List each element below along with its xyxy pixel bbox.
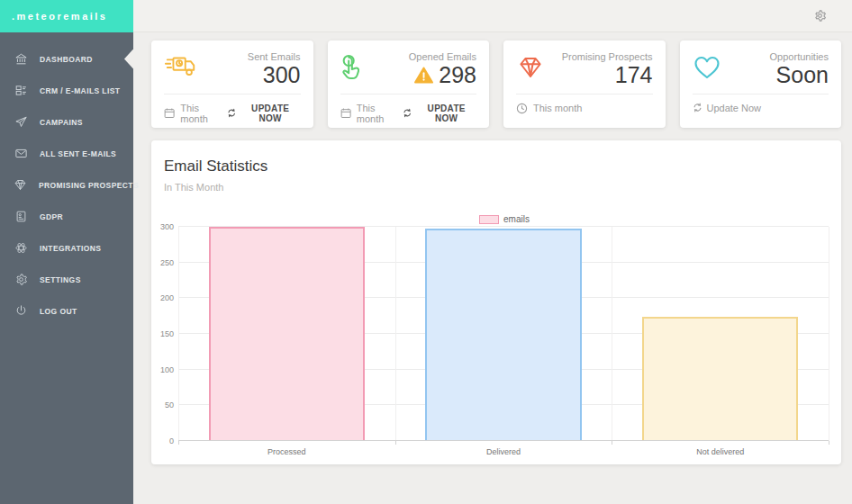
legend-label: emails <box>503 214 530 224</box>
sidebar-item-label: DASHBOARD <box>40 55 93 64</box>
integrations-icon <box>14 241 28 256</box>
topbar <box>133 0 852 32</box>
update-now-button[interactable]: UPDATE NOW <box>403 104 476 123</box>
y-tick-label: 250 <box>160 258 174 267</box>
diamond-icon <box>14 178 27 193</box>
sidebar-item-label: LOG OUT <box>40 307 77 316</box>
update-now-button[interactable]: UPDATE NOW <box>227 104 301 123</box>
y-tick-label: 0 <box>169 436 174 446</box>
gear-icon <box>14 273 28 287</box>
active-item-notch <box>124 50 133 69</box>
card-value: 298 <box>380 62 477 88</box>
bar-slot <box>178 227 395 441</box>
stat-card-sent-emails: Sent Emails 300 This month <box>151 40 313 128</box>
delivery-truck-icon <box>164 51 204 88</box>
bar-processed[interactable] <box>209 227 365 441</box>
card-value: Soon <box>732 62 829 88</box>
sidebar-item-log-out[interactable]: LOG OUT <box>0 295 133 327</box>
card-label: Opened Emails <box>380 51 477 62</box>
sidebar-item-gdpr[interactable]: GDPR <box>0 201 133 232</box>
card-value: 174 <box>556 62 653 88</box>
gridline <box>178 440 829 441</box>
bar-slot <box>395 227 612 441</box>
bar-chart: 050100150200250300 ProcessedDeliveredNot… <box>157 227 829 457</box>
diamond-icon <box>516 51 556 88</box>
bar-not-delivered[interactable] <box>642 317 798 441</box>
refresh-icon <box>227 108 236 118</box>
stat-card-promising-prospects: Promising Prospects 174 This month <box>503 40 666 128</box>
sidebar-item-label: CAMPAINS <box>40 118 83 127</box>
calendar-icon <box>164 107 175 119</box>
period-label: This month <box>516 103 582 114</box>
y-axis-labels: 050100150200250300 <box>157 227 174 441</box>
card-label: Opportunities <box>732 51 829 62</box>
x-tick-label: Not delivered <box>612 443 829 457</box>
period-label: This month <box>340 103 403 124</box>
chart-legend[interactable]: emails <box>180 214 829 224</box>
plot-area <box>178 227 829 441</box>
sidebar-item-label: ALL SENT E-MAILS <box>40 149 116 158</box>
period-label: This month <box>164 103 227 124</box>
id-card-icon <box>14 210 28 224</box>
sidebar-item-settings[interactable]: SETTINGS <box>0 264 133 295</box>
sidebar-item-crm-emails-list[interactable]: CRM / E-MAILS LIST <box>0 75 133 106</box>
clock-icon <box>516 103 528 114</box>
chart-subtitle: In This Month <box>151 176 841 193</box>
app-root: .meteoremails DASHBOARD <box>0 0 852 504</box>
gear-icon[interactable] <box>813 9 827 22</box>
bank-icon <box>14 52 28 67</box>
sidebar-item-label: PROMISING PROSPECTS <box>39 181 139 190</box>
y-tick-label: 50 <box>165 400 174 410</box>
update-now-button[interactable]: Update Now <box>693 103 762 113</box>
heart-icon <box>693 51 732 88</box>
paper-plane-icon <box>14 115 28 130</box>
chart-title: Email Statistics <box>151 140 841 176</box>
legend-swatch <box>479 215 499 224</box>
bar-slot <box>612 227 829 441</box>
y-tick-label: 100 <box>160 365 174 374</box>
sidebar-item-campains[interactable]: CAMPAINS <box>0 106 133 138</box>
sidebar-item-dashboard[interactable]: DASHBOARD <box>0 43 133 75</box>
warning-icon <box>414 67 433 84</box>
x-tick-label: Processed <box>178 443 395 457</box>
refresh-icon <box>403 108 412 118</box>
tap-hand-icon <box>340 51 380 88</box>
power-icon <box>14 304 28 319</box>
stat-cards-row: Sent Emails 300 This month <box>151 40 841 128</box>
sidebar: .meteoremails DASHBOARD <box>0 0 133 504</box>
x-axis-tick <box>829 441 829 445</box>
email-statistics-card: Email Statistics In This Month emails 05… <box>151 140 841 464</box>
x-tick-label: Delivered <box>395 443 612 457</box>
sidebar-item-label: SETTINGS <box>40 275 81 284</box>
sidebar-item-integrations[interactable]: INTEGRATIONS <box>0 232 133 264</box>
card-value: 300 <box>204 62 301 88</box>
calendar-icon <box>340 107 351 119</box>
refresh-icon <box>693 103 702 112</box>
envelope-icon <box>14 147 28 161</box>
sidebar-nav: DASHBOARD CRM / E-MAILS LIST <box>0 32 133 327</box>
content: Sent Emails 300 This month <box>133 32 852 504</box>
sidebar-item-label: CRM / E-MAILS LIST <box>40 86 120 95</box>
app-logo: .meteoremails <box>0 0 133 32</box>
sidebar-item-label: GDPR <box>40 212 63 221</box>
y-tick-label: 150 <box>160 329 174 338</box>
sidebar-item-all-sent-emails[interactable]: ALL SENT E-MAILS <box>0 138 133 169</box>
vertical-gridline <box>829 227 829 441</box>
main-area: Sent Emails 300 This month <box>133 0 852 504</box>
card-label: Sent Emails <box>204 51 301 62</box>
list-icon <box>14 84 28 98</box>
sidebar-item-label: INTEGRATIONS <box>40 244 101 253</box>
stat-card-opportunities: Opportunities Soon Update Now <box>680 40 842 128</box>
x-axis-labels: ProcessedDeliveredNot delivered <box>178 443 829 457</box>
bars <box>178 227 829 441</box>
stat-card-opened-emails: Opened Emails 298 <box>328 40 490 128</box>
bar-delivered[interactable] <box>425 229 581 441</box>
card-label: Promising Prospects <box>556 51 653 62</box>
sidebar-item-promising-prospects[interactable]: PROMISING PROSPECTS <box>0 169 133 201</box>
y-tick-label: 300 <box>160 222 174 231</box>
y-tick-label: 200 <box>160 293 174 302</box>
